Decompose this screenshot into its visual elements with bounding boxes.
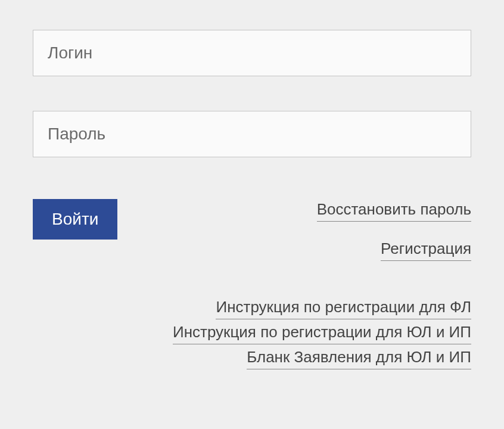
login-form: Войти Восстановить пароль Регистрация Ин… bbox=[33, 30, 471, 369]
actions-row: Войти Восстановить пароль Регистрация Ин… bbox=[33, 199, 471, 369]
instructions-group: Инструкция по регистрации для ФЛ Инструк… bbox=[173, 297, 471, 369]
instruction-fl-link[interactable]: Инструкция по регистрации для ФЛ bbox=[216, 297, 471, 319]
spacer bbox=[33, 76, 471, 111]
register-link[interactable]: Регистрация bbox=[381, 238, 471, 261]
submit-button[interactable]: Войти bbox=[33, 199, 117, 240]
instruction-ul-ip-link[interactable]: Инструкция по регистрации для ЮЛ и ИП bbox=[173, 322, 471, 344]
login-input[interactable] bbox=[33, 30, 471, 76]
blank-ul-ip-link[interactable]: Бланк Заявления для ЮЛ и ИП bbox=[247, 347, 471, 369]
password-input[interactable] bbox=[33, 111, 471, 157]
links-column: Восстановить пароль Регистрация Инструкц… bbox=[173, 199, 471, 369]
recover-password-link[interactable]: Восстановить пароль bbox=[317, 199, 471, 222]
